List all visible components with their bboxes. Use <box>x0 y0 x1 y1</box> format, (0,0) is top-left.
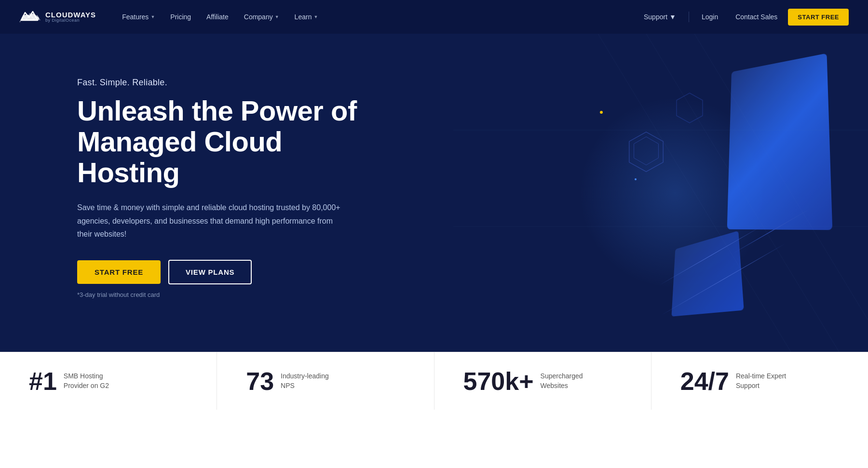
glow-effect <box>579 96 772 289</box>
stat-desc-3: Supercharged Websites <box>541 372 598 390</box>
iso-line-3 <box>730 207 814 255</box>
hero-start-free-button[interactable]: START FREE <box>77 260 161 284</box>
hero-section: Fast. Simple. Reliable. Unleash the Powe… <box>0 34 868 352</box>
cloudways-logo-icon <box>19 9 41 25</box>
stat-number-4: 24/7 <box>680 369 729 394</box>
navbar: CLOUDWAYS by DigitalOcean Features ▼ Pri… <box>0 0 868 34</box>
hero-tagline: Fast. Simple. Reliable. <box>77 78 386 88</box>
iso-shape-secondary <box>671 231 744 317</box>
stat-desc-2: Industry-leading NPS <box>281 372 339 390</box>
brand-name: CLOUDWAYS <box>45 11 96 18</box>
nav-contact-sales[interactable]: Contact Sales <box>729 9 784 25</box>
nav-start-free-button[interactable]: START FREE <box>788 9 849 26</box>
learn-chevron-icon: ▼ <box>313 14 318 19</box>
accent-dot-2 <box>635 178 637 180</box>
stat-item-2: 73 Industry-leading NPS <box>217 352 434 410</box>
hero-buttons: START FREE VIEW PLANS <box>77 260 386 284</box>
grid-lines <box>453 34 868 352</box>
stat-item-3: 570k+ Supercharged Websites <box>434 352 651 410</box>
nav-support[interactable]: Support ▼ <box>637 9 683 25</box>
hero-content: Fast. Simple. Reliable. Unleash the Powe… <box>77 78 386 298</box>
nav-features[interactable]: Features ▼ <box>115 9 162 25</box>
stat-number-1: #1 <box>29 369 57 394</box>
hero-trial-note: *3-day trial without credit card <box>77 291 386 298</box>
iso-shape-primary <box>727 53 833 230</box>
iso-line-1 <box>661 243 786 316</box>
nav-company[interactable]: Company ▼ <box>237 9 286 25</box>
logo-link[interactable]: CLOUDWAYS by DigitalOcean <box>19 9 96 25</box>
hex-icon-1 <box>627 130 665 174</box>
brand-sub: by DigitalOcean <box>45 18 96 23</box>
iso-line-2 <box>659 225 763 286</box>
company-chevron-icon: ▼ <box>275 14 279 19</box>
nav-divider <box>689 12 689 22</box>
features-chevron-icon: ▼ <box>150 14 155 19</box>
stat-item-4: 24/7 Real-time Expert Support <box>651 352 868 410</box>
hero-description: Save time & money with simple and reliab… <box>77 201 347 241</box>
hero-view-plans-button[interactable]: VIEW PLANS <box>168 260 252 284</box>
logo-text: CLOUDWAYS by DigitalOcean <box>45 11 96 23</box>
svg-marker-1 <box>634 137 659 165</box>
nav-affiliate[interactable]: Affiliate <box>200 9 235 25</box>
svg-marker-2 <box>677 93 703 123</box>
nav-learn[interactable]: Learn ▼ <box>288 9 325 25</box>
nav-login[interactable]: Login <box>695 9 725 25</box>
svg-line-4 <box>646 34 839 352</box>
stat-number-3: 570k+ <box>463 369 534 394</box>
stat-number-2: 73 <box>246 369 274 394</box>
stats-bar: #1 SMB Hosting Provider on G2 73 Industr… <box>0 352 868 410</box>
stat-item-1: #1 SMB Hosting Provider on G2 <box>0 352 217 410</box>
support-chevron-icon: ▼ <box>669 13 676 21</box>
nav-pricing[interactable]: Pricing <box>163 9 198 25</box>
stat-desc-4: Real-time Expert Support <box>736 372 794 390</box>
hero-title: Unleash the Power of Managed Cloud Hosti… <box>77 95 386 187</box>
nav-links: Features ▼ Pricing Affiliate Company ▼ L… <box>115 9 637 25</box>
hero-graphic <box>453 34 868 352</box>
stat-desc-1: SMB Hosting Provider on G2 <box>64 372 122 390</box>
svg-line-5 <box>694 34 868 352</box>
svg-line-3 <box>598 34 791 352</box>
svg-marker-0 <box>629 132 663 172</box>
hex-icon-2 <box>675 92 704 124</box>
accent-dot-1 <box>600 111 603 114</box>
nav-right: Support ▼ Login Contact Sales START FREE <box>637 9 849 26</box>
